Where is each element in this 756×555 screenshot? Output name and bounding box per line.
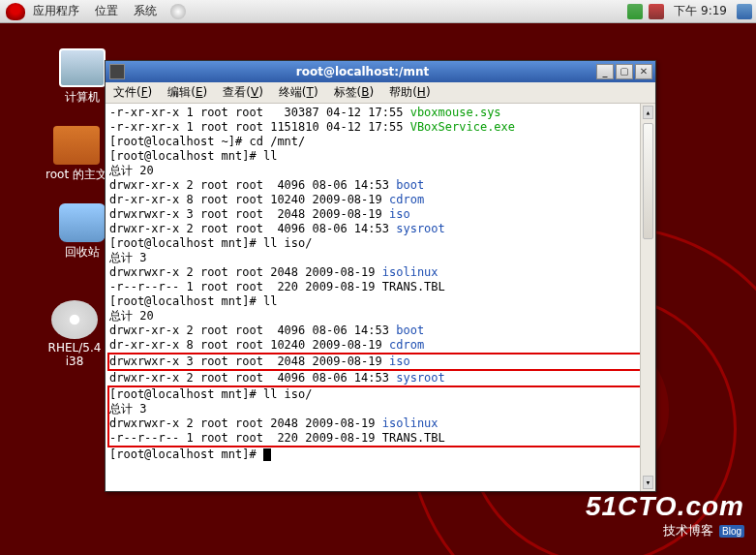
terminal-line: [root@localhost mnt]# ll: [109, 294, 651, 309]
terminal-line: -r--r--r-- 1 root root 220 2009-08-19 TR…: [109, 280, 651, 294]
scrollbar[interactable]: ▴ ▾: [640, 104, 655, 491]
terminal-window: root@localhost:/mnt _ ▢ ✕ 文件(F)编辑(E)查看(V…: [105, 60, 656, 492]
disc-icon: [51, 300, 98, 339]
terminal-line: drwxrwxr-x 3 root root 2048 2009-08-19 i…: [109, 207, 651, 222]
menu-帮助[interactable]: 帮助(H): [381, 84, 438, 101]
terminal-line: drwxrwxr-x 2 root root 2048 2009-08-19 i…: [109, 416, 650, 431]
terminal-line: -r--r--r-- 1 root root 220 2009-08-19 TR…: [109, 431, 650, 446]
close-button[interactable]: ✕: [635, 64, 652, 79]
terminal-line: drwxr-xr-x 2 root root 4096 08-06 14:53 …: [109, 178, 651, 193]
watermark: 51CTO.com 技术博客 Blog: [586, 491, 744, 540]
tray-icon[interactable]: [649, 4, 664, 19]
terminal-line: dr-xr-xr-x 8 root root 10240 2009-08-19 …: [109, 193, 651, 207]
terminal-output: -r-xr-xr-x 1 root root 30387 04-12 17:55…: [109, 106, 651, 462]
tray-icon[interactable]: [627, 4, 643, 19]
launcher-icon[interactable]: [170, 4, 186, 19]
minimize-button[interactable]: _: [596, 64, 614, 79]
terminal-line: [root@localhost mnt]# ll iso/: [109, 236, 651, 251]
cursor-icon: [263, 448, 271, 461]
menu-标签[interactable]: 标签(B): [326, 84, 382, 101]
terminal-line: 总计 3: [109, 402, 650, 416]
terminal-line: drwxrwxr-x 2 root root 2048 2009-08-19 i…: [109, 265, 651, 280]
terminal-line: -r-xr-xr-x 1 root root 30387 04-12 17:55…: [109, 106, 651, 120]
terminal-line: drwxr-xr-x 2 root root 4096 08-06 14:53 …: [109, 222, 651, 236]
desktop-icon-home[interactable]: root 的主文: [43, 126, 110, 183]
icon-label: root 的主文: [43, 167, 110, 183]
window-title: root@localhost:/mnt: [129, 65, 596, 78]
trash-icon: [59, 203, 106, 242]
menu-places[interactable]: 位置: [87, 3, 126, 19]
terminal-line: [root@localhost mnt]# ll iso/: [109, 387, 650, 402]
window-icon: [109, 64, 125, 79]
terminal-line: drwxr-xr-x 2 root root 4096 08-06 14:53 …: [109, 371, 651, 385]
terminal-line: 总计 20: [109, 309, 651, 324]
top-panel: 应用程序 位置 系统 下午 9:19: [0, 0, 756, 23]
highlight-box: [root@localhost mnt]# ll iso/总计 3drwxrwx…: [107, 385, 651, 447]
terminal-line: drwxrwxr-x 3 root root 2048 2009-08-19 i…: [107, 353, 651, 371]
terminal-prompt[interactable]: [root@localhost mnt]#: [109, 447, 651, 462]
icon-label: RHEL/5.4 i38: [41, 341, 108, 368]
watermark-logo: 51CTO.com: [586, 491, 744, 522]
menu-查看[interactable]: 查看(V): [215, 84, 271, 101]
menu-system[interactable]: 系统: [126, 3, 165, 19]
folder-icon: [53, 126, 100, 165]
menu-终端[interactable]: 终端(T): [271, 84, 326, 101]
terminal-line: -r-xr-xr-x 1 root root 1151810 04-12 17:…: [109, 120, 651, 135]
distro-icon[interactable]: [6, 3, 25, 20]
terminal-line: 总计 3: [109, 251, 651, 265]
menu-编辑[interactable]: 编辑(E): [160, 84, 215, 101]
terminal-line: 总计 20: [109, 164, 651, 178]
computer-icon: [59, 48, 106, 87]
clock[interactable]: 下午 9:19: [670, 3, 731, 19]
terminal-line: [root@localhost mnt]# ll: [109, 149, 651, 164]
scroll-thumb[interactable]: [643, 123, 653, 239]
terminal-line: drwxr-xr-x 2 root root 4096 08-06 14:53 …: [109, 324, 651, 338]
menubar: 文件(F)编辑(E)查看(V)终端(T)标签(B)帮助(H): [106, 82, 655, 104]
scroll-down-button[interactable]: ▾: [643, 476, 653, 489]
desktop-icon-disc[interactable]: RHEL/5.4 i38: [41, 300, 108, 368]
terminal-line: dr-xr-xr-x 8 root root 10240 2009-08-19 …: [109, 338, 651, 353]
menu-文件[interactable]: 文件(F): [106, 84, 160, 101]
maximize-button[interactable]: ▢: [616, 64, 633, 79]
scroll-up-button[interactable]: ▴: [643, 106, 653, 119]
titlebar[interactable]: root@localhost:/mnt _ ▢ ✕: [106, 61, 655, 82]
volume-icon[interactable]: [737, 4, 752, 19]
terminal-line: [root@localhost ~]# cd /mnt/: [109, 135, 651, 149]
watermark-sub: 技术博客: [663, 522, 713, 540]
menu-applications[interactable]: 应用程序: [25, 3, 87, 19]
terminal-body[interactable]: ▴ ▾ -r-xr-xr-x 1 root root 30387 04-12 1…: [106, 104, 655, 491]
watermark-badge: Blog: [719, 525, 744, 538]
